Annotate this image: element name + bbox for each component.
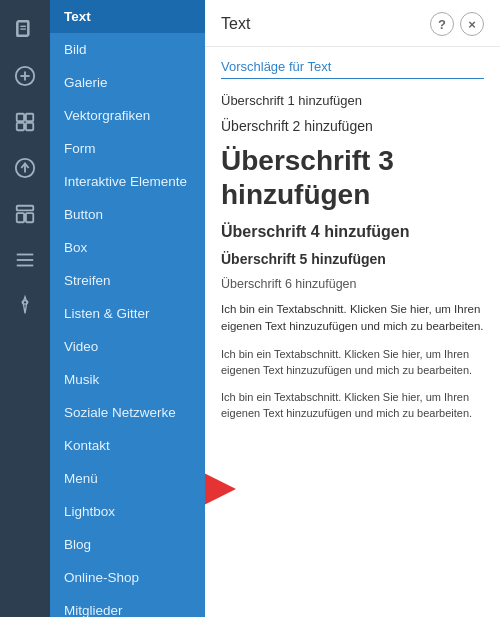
- svg-rect-8: [26, 114, 33, 121]
- widgets-icon[interactable]: [3, 100, 47, 144]
- header-icons: ? ×: [430, 12, 484, 36]
- svg-rect-15: [26, 213, 33, 222]
- add-icon[interactable]: [3, 54, 47, 98]
- section-label: Vorschläge für Text: [221, 59, 484, 79]
- document-icon[interactable]: [3, 8, 47, 52]
- menu-item-box[interactable]: Box: [50, 231, 205, 264]
- menu-item-online-shop[interactable]: Online-Shop: [50, 561, 205, 594]
- menu-item-mitglieder[interactable]: Mitglieder: [50, 594, 205, 617]
- arrow-indicator: [205, 471, 236, 507]
- menu-item-menü[interactable]: Menü: [50, 462, 205, 495]
- menu-item-video[interactable]: Video: [50, 330, 205, 363]
- heading-h5[interactable]: Überschrift 5 hinzufügen: [221, 251, 484, 267]
- svg-rect-0: [18, 21, 29, 36]
- menu-item-bild[interactable]: Bild: [50, 33, 205, 66]
- content-panel: Text ? × Vorschläge für Text Überschrift…: [205, 0, 500, 617]
- panel-title: Text: [221, 15, 250, 33]
- menu-item-text[interactable]: Text: [50, 0, 205, 33]
- menu-panel: TextBildGalerieVektorgrafikenFormInterak…: [50, 0, 205, 617]
- menu-item-form[interactable]: Form: [50, 132, 205, 165]
- heading-h6[interactable]: Überschrift 6 hinzufügen: [221, 277, 484, 291]
- menu-item-interaktive-elemente[interactable]: Interaktive Elemente: [50, 165, 205, 198]
- menu-item-streifen[interactable]: Streifen: [50, 264, 205, 297]
- menu-item-musik[interactable]: Musik: [50, 363, 205, 396]
- heading-h2[interactable]: Überschrift 2 hinzufügen: [221, 118, 484, 134]
- content-body: Vorschläge für Text Überschrift 1 hinzuf…: [205, 47, 500, 617]
- menu-item-vektorgrafiken[interactable]: Vektorgrafiken: [50, 99, 205, 132]
- layout-icon[interactable]: [3, 192, 47, 236]
- paragraph-3[interactable]: Ich bin ein Textabschnitt. Klicken Sie h…: [221, 389, 484, 422]
- menu-item-button[interactable]: Button: [50, 198, 205, 231]
- svg-rect-9: [17, 123, 24, 130]
- svg-rect-7: [17, 114, 24, 121]
- menu-item-soziale-netzwerke[interactable]: Soziale Netzwerke: [50, 396, 205, 429]
- upload-icon[interactable]: [3, 146, 47, 190]
- paragraph-1[interactable]: Ich bin ein Textabschnitt. Klicken Sie h…: [221, 301, 484, 336]
- settings-icon[interactable]: [3, 238, 47, 282]
- icon-bar: [0, 0, 50, 617]
- content-header: Text ? ×: [205, 0, 500, 47]
- paragraph-2[interactable]: Ich bin ein Textabschnitt. Klicken Sie h…: [221, 346, 484, 379]
- close-button[interactable]: ×: [460, 12, 484, 36]
- svg-rect-10: [26, 123, 33, 130]
- menu-item-listen-and-gitter[interactable]: Listen & Gitter: [50, 297, 205, 330]
- heading-h4[interactable]: Überschrift 4 hinzufügen: [221, 223, 484, 241]
- heading-h3[interactable]: Überschrift 3 hinzufügen: [221, 144, 484, 211]
- help-button[interactable]: ?: [430, 12, 454, 36]
- menu-item-lightbox[interactable]: Lightbox: [50, 495, 205, 528]
- menu-item-galerie[interactable]: Galerie: [50, 66, 205, 99]
- red-arrow-icon: [205, 471, 236, 507]
- pen-icon[interactable]: [3, 284, 47, 328]
- svg-rect-13: [17, 206, 34, 211]
- menu-item-kontakt[interactable]: Kontakt: [50, 429, 205, 462]
- heading-h1[interactable]: Überschrift 1 hinzufügen: [221, 93, 484, 108]
- menu-item-blog[interactable]: Blog: [50, 528, 205, 561]
- svg-rect-14: [17, 213, 24, 222]
